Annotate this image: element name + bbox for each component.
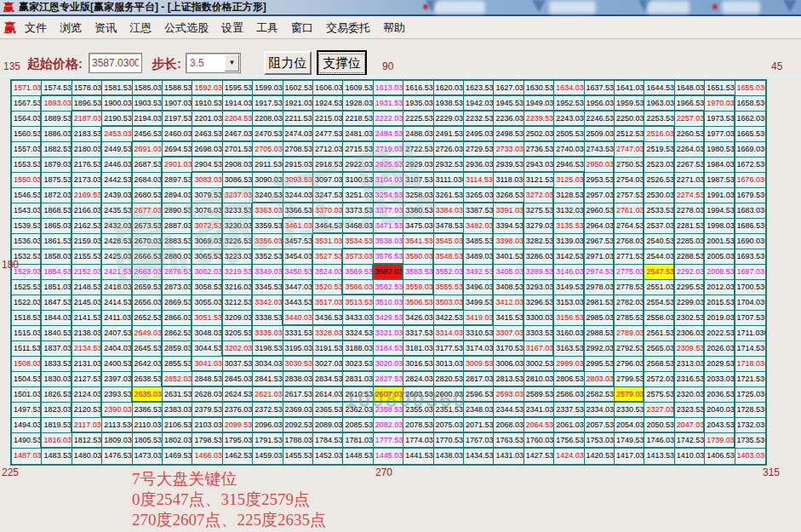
grid-cell: 1886.030 [42, 127, 72, 142]
resistance-button[interactable]: 阻力位 [264, 51, 312, 75]
menu-item-formula-stock-pick[interactable]: 公式选股 [164, 20, 209, 36]
grid-cell: 3219.530 [223, 265, 253, 280]
grid-cell: 2540.530 [644, 234, 674, 249]
grid-cell: 3149.530 [554, 280, 584, 295]
grid-cell: 2516.030 [644, 127, 674, 142]
grid-cell: 3552.030 [434, 265, 464, 280]
menu-item-gann[interactable]: 江恩 [129, 20, 152, 36]
menu-item-news[interactable]: 资讯 [94, 20, 117, 36]
grid-cell: 3384.030 [434, 203, 464, 219]
grid-cell: 2526.530 [644, 173, 674, 188]
grid-cell: 3202.030 [223, 341, 253, 357]
grid-cell: 3555.530 [434, 280, 464, 295]
grid-cell: 3401.530 [494, 249, 524, 265]
grid-cell: 2281.530 [675, 219, 705, 234]
grid-cell: 3177.530 [434, 341, 464, 357]
grid-cell: 3503.030 [434, 295, 464, 311]
grid-cell: 1445.030 [374, 449, 403, 464]
grid-cell: 2995.530 [585, 357, 615, 372]
grid-cell: 1627.030 [494, 81, 524, 96]
grid-cell: 1536.030 [12, 234, 42, 249]
grid-cell: 2775.030 [615, 265, 644, 280]
grid-cell: 1907.030 [163, 96, 192, 112]
grid-cell: 2999.030 [554, 357, 584, 372]
grid-cell: 2911.530 [253, 157, 283, 173]
grid-cell: 2897.530 [163, 173, 192, 188]
grid-cell: 3142.530 [554, 249, 584, 265]
grid-cell: 3307.030 [494, 326, 524, 341]
grid-cell: 2152.030 [72, 265, 102, 280]
grid-cell: 2638.530 [133, 372, 163, 387]
grid-cell: 1424.030 [554, 449, 584, 464]
grid-cell: 2785.530 [615, 311, 644, 326]
start-price-input[interactable] [89, 53, 142, 73]
grid-cell: 1413.530 [644, 449, 674, 464]
grid-cell: 3573.030 [343, 249, 373, 265]
grid-cell: 3156.530 [554, 311, 584, 326]
grid-cell: 3212.530 [223, 295, 253, 311]
grid-cell: 3254.530 [374, 188, 403, 203]
grid-cell: 3048.030 [192, 326, 222, 341]
grid-cell: 2561.530 [644, 326, 674, 341]
grid-cell: 2491.530 [434, 127, 464, 142]
angle-label-135: 135 [3, 60, 20, 72]
menu-item-file[interactable]: 文件 [25, 20, 47, 36]
menu-item-window[interactable]: 窗口 [291, 20, 313, 36]
grid-cell: 1949.030 [524, 96, 554, 112]
grid-cell: 3160.030 [554, 326, 584, 341]
grid-cell: 3352.530 [253, 249, 283, 265]
grid-cell: 2106.530 [163, 418, 192, 433]
titlebar-decoration [783, 0, 797, 12]
grid-cell: 1606.030 [313, 81, 343, 96]
grid-cell: 3037.530 [223, 357, 253, 372]
grid-cell: 2537.030 [644, 219, 674, 234]
grid-cell: 1802.030 [163, 433, 192, 449]
grid-cell: 1459.030 [253, 449, 283, 464]
grid-cell: 1819.530 [42, 418, 72, 433]
grid-cell: 3541.530 [403, 234, 433, 249]
grid-cell: 2145.030 [72, 295, 102, 311]
grid-cell: 2617.530 [283, 387, 313, 403]
grid-cell: 2894.030 [163, 188, 192, 203]
grid-cell: 2554.530 [644, 295, 674, 311]
grid-cell: 2575.530 [644, 387, 674, 403]
grid-cell: 1609.530 [343, 81, 373, 96]
grid-cell: 1728.530 [735, 403, 765, 418]
menu-item-browse[interactable]: 浏览 [60, 20, 82, 36]
grid-cell: 1679.530 [735, 188, 765, 203]
grid-cell: 2005.030 [705, 249, 735, 265]
grid-cell: 2022.530 [705, 326, 735, 341]
support-button[interactable]: 支撑位 [318, 51, 366, 75]
grid-cell: 2460.030 [163, 127, 192, 142]
menu-item-tools[interactable]: 工具 [256, 20, 278, 36]
grid-cell: 1686.530 [735, 219, 765, 234]
grid-cell: 2215.030 [313, 112, 343, 127]
grid-cell: 2586.030 [554, 387, 584, 403]
menu-item-settings[interactable]: 设置 [221, 20, 243, 36]
grid-cell: 3062.030 [192, 265, 222, 280]
grid-cell: 1707.530 [735, 311, 765, 326]
grid-cell: 1651.530 [705, 81, 735, 96]
grid-cell: 2691.030 [133, 142, 163, 157]
menu-item-help[interactable]: 帮助 [383, 20, 405, 36]
grid-cell: 2880.030 [163, 249, 192, 265]
grid-cell: 2712.030 [313, 142, 343, 157]
menu-item-trade[interactable]: 交易委托 [326, 20, 370, 36]
grid-cell: 3454.030 [283, 249, 313, 265]
step-dropdown[interactable]: 3.5 ▼ [186, 53, 241, 73]
grid-cell: 2974.530 [585, 265, 615, 280]
grid-cell: 3524.030 [313, 265, 343, 280]
grid-cell: 2568.530 [644, 357, 674, 372]
grid-cell: 1711.030 [735, 326, 765, 341]
grid-cell: 2264.030 [675, 142, 705, 157]
chevron-down-icon[interactable]: ▼ [225, 54, 239, 72]
grid-cell: 3520.530 [313, 280, 343, 295]
grid-cell: 3107.530 [403, 173, 433, 188]
grid-cell: 2733.030 [494, 142, 524, 157]
grid-cell: 1525.530 [12, 280, 42, 295]
grid-cell: 1987.530 [705, 173, 735, 188]
grid-cell: 2827.530 [374, 372, 403, 387]
grid-cell: 3163.530 [554, 341, 584, 357]
grid-cell: 2250.030 [615, 112, 644, 127]
grid-cell: 2302.530 [675, 311, 705, 326]
